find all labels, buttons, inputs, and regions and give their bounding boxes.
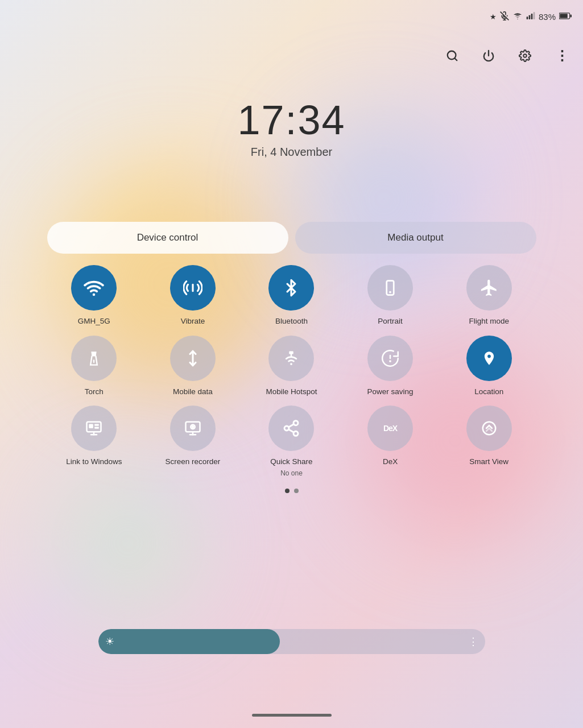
quickshare-label: Quick Share bbox=[270, 457, 312, 467]
toggle-grid-row3: Link to Windows Screen recorder bbox=[47, 406, 536, 477]
toggle-powersaving[interactable]: Power saving bbox=[343, 336, 437, 397]
hotspot-toggle-circle bbox=[268, 336, 314, 381]
more-button[interactable]: ⋮ bbox=[551, 46, 572, 66]
dex-toggle-circle: DeX bbox=[367, 406, 413, 451]
quickshare-toggle-circle bbox=[268, 406, 314, 451]
wifi-toggle-circle bbox=[71, 265, 117, 311]
portrait-label: Portrait bbox=[378, 316, 403, 326]
smartview-label: Smart View bbox=[469, 457, 508, 467]
svg-rect-28 bbox=[95, 427, 100, 429]
svg-rect-10 bbox=[560, 14, 568, 18]
power-button[interactable] bbox=[478, 46, 499, 66]
page-dots bbox=[47, 489, 536, 493]
screenrecorder-toggle-circle bbox=[170, 406, 216, 451]
svg-rect-26 bbox=[89, 424, 94, 429]
mobiledata-toggle-circle bbox=[170, 336, 216, 381]
toggle-mobiledata[interactable]: Mobile data bbox=[146, 336, 240, 397]
toggle-dex[interactable]: DeX DeX bbox=[343, 406, 437, 477]
toggle-location[interactable]: Location bbox=[442, 336, 536, 397]
quickshare-sublabel: No one bbox=[280, 469, 303, 477]
svg-rect-4 bbox=[527, 16, 528, 19]
tab-device-control[interactable]: Device control bbox=[47, 222, 288, 254]
brightness-fill: ☀ bbox=[98, 629, 280, 654]
torch-label: Torch bbox=[85, 387, 104, 397]
toggle-bluetooth[interactable]: Bluetooth bbox=[245, 265, 339, 326]
flight-toggle-circle bbox=[466, 265, 512, 311]
toggle-screenrecorder[interactable]: Screen recorder bbox=[146, 406, 240, 477]
svg-line-12 bbox=[454, 58, 457, 60]
top-actions: ⋮ bbox=[442, 46, 572, 66]
flight-label: Flight mode bbox=[469, 316, 509, 326]
toggle-vibrate[interactable]: Vibrate bbox=[146, 265, 240, 326]
screenrecorder-label: Screen recorder bbox=[165, 457, 220, 467]
toggle-grid-row2: Torch Mobile data bbox=[47, 336, 536, 397]
powersaving-toggle-circle bbox=[367, 336, 413, 381]
hotspot-label: Mobile Hotspot bbox=[266, 387, 317, 397]
brightness-bar[interactable]: ☀ ⋮ bbox=[98, 629, 485, 654]
svg-point-15 bbox=[93, 293, 96, 296]
location-toggle-circle bbox=[466, 336, 512, 381]
battery-icon bbox=[559, 12, 572, 22]
panel-tabs: Device control Media output bbox=[47, 222, 536, 254]
mobiledata-label: Mobile data bbox=[173, 387, 213, 397]
toggle-quickshare[interactable]: Quick Share No one bbox=[245, 406, 339, 477]
dex-label: DeX bbox=[383, 457, 398, 467]
brightness-more-button[interactable]: ⋮ bbox=[468, 635, 478, 648]
toggle-grid-row1: GMH_5G Vibrate Bluetooth bbox=[47, 265, 536, 326]
location-label: Location bbox=[474, 387, 503, 397]
svg-point-3 bbox=[517, 19, 518, 19]
svg-rect-5 bbox=[529, 15, 531, 19]
toggle-smartview[interactable]: Smart View bbox=[442, 406, 536, 477]
wifi-icon bbox=[512, 11, 523, 22]
page-dot-2 bbox=[294, 489, 299, 493]
powersaving-label: Power saving bbox=[367, 387, 414, 397]
vibrate-label: Vibrate bbox=[181, 316, 205, 326]
page-dot-1 bbox=[285, 489, 290, 493]
svg-rect-27 bbox=[95, 424, 100, 426]
mute-icon bbox=[500, 11, 509, 22]
toggle-portrait[interactable]: Portrait bbox=[343, 265, 437, 326]
bluetooth-toggle-circle bbox=[268, 265, 314, 311]
quick-panel: Device control Media output GMH_5G bbox=[47, 222, 536, 493]
linkwindows-label: Link to Windows bbox=[66, 457, 122, 467]
smartview-toggle-circle bbox=[466, 406, 512, 451]
clock-time: 17:34 bbox=[237, 97, 345, 143]
signal-icon bbox=[526, 11, 535, 22]
svg-point-33 bbox=[192, 426, 194, 428]
linkwindows-toggle-circle bbox=[71, 406, 117, 451]
status-bar: ★ 83% bbox=[490, 11, 572, 22]
tab-media-output[interactable]: Media output bbox=[295, 222, 536, 254]
battery-text: 83% bbox=[539, 12, 556, 22]
home-indicator[interactable] bbox=[252, 714, 332, 717]
svg-point-21 bbox=[291, 363, 293, 365]
search-button[interactable] bbox=[442, 46, 462, 66]
toggle-torch[interactable]: Torch bbox=[47, 336, 142, 397]
portrait-toggle-circle bbox=[367, 265, 413, 311]
toggle-wifi[interactable]: GMH_5G bbox=[47, 265, 142, 326]
wifi-label: GMH_5G bbox=[78, 316, 110, 326]
toggle-hotspot[interactable]: Mobile Hotspot bbox=[245, 336, 339, 397]
svg-rect-7 bbox=[534, 12, 535, 19]
toggle-flight[interactable]: Flight mode bbox=[442, 265, 536, 326]
svg-rect-22 bbox=[290, 351, 294, 354]
svg-line-40 bbox=[289, 424, 294, 427]
svg-rect-9 bbox=[570, 14, 572, 17]
bluetooth-label: Bluetooth bbox=[275, 316, 308, 326]
vibrate-toggle-circle bbox=[170, 265, 216, 311]
torch-toggle-circle bbox=[71, 336, 117, 381]
brightness-icon: ☀ bbox=[105, 635, 114, 648]
svg-rect-6 bbox=[531, 14, 533, 19]
clock-date: Fri, 4 November bbox=[237, 146, 345, 159]
svg-point-14 bbox=[523, 54, 527, 57]
settings-button[interactable] bbox=[515, 46, 535, 66]
toggle-linkwindows[interactable]: Link to Windows bbox=[47, 406, 142, 477]
svg-line-39 bbox=[289, 429, 294, 432]
bluetooth-icon: ★ bbox=[490, 13, 497, 21]
clock-area: 17:34 Fri, 4 November bbox=[237, 97, 345, 159]
